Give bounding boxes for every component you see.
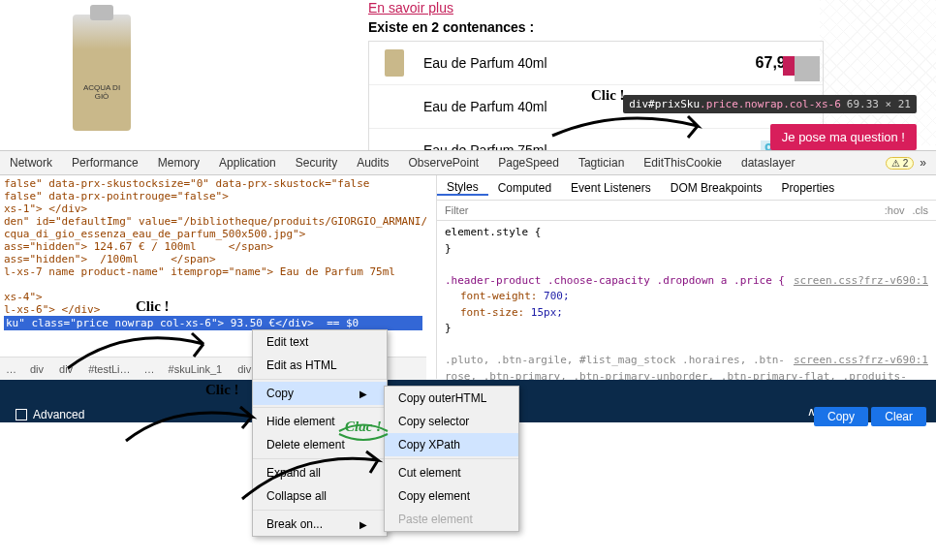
menu-copy-outerhtml[interactable]: Copy outerHTML xyxy=(385,387,518,410)
menu-separator xyxy=(253,510,387,511)
styles-tab-breakpoints[interactable]: DOM Breakpoints xyxy=(661,181,772,195)
existe-label: Existe en 2 contenances : xyxy=(368,19,907,35)
learn-more-link[interactable]: En savoir plus xyxy=(368,0,453,16)
html-line[interactable]: l-xs-7 name product-name" itemprop="name… xyxy=(4,265,422,278)
css-brace: } xyxy=(445,321,928,337)
tab-pagespeed[interactable]: PageSpeed xyxy=(488,150,569,175)
warning-badge[interactable]: ⚠ 2 xyxy=(886,157,914,170)
html-line[interactable]: l-xs-6"> </div> xyxy=(4,303,422,316)
html-line[interactable]: false" data-prx-skustocksize="0" data-pr… xyxy=(4,177,422,190)
css-source-link[interactable]: screen.css?frz-v690:1 xyxy=(794,273,928,290)
menu-copy-xpath[interactable]: Copy XPath xyxy=(385,433,518,456)
css-property[interactable]: font-weight: 700; xyxy=(445,289,928,305)
menu-separator xyxy=(253,458,387,459)
copy-button[interactable]: Copy xyxy=(814,407,868,426)
tooltip-dimensions: 69.33 × 21 xyxy=(847,98,911,110)
styles-filter-row: :hov .cls xyxy=(437,201,936,221)
menu-collapse[interactable]: Collapse all xyxy=(253,484,387,508)
html-line[interactable]: ass="hidden"> 124.67 € / 100ml </span> xyxy=(4,240,422,253)
styles-tab-styles[interactable]: Styles xyxy=(437,180,488,196)
menu-copy-element[interactable]: Copy element xyxy=(385,484,518,508)
cls-toggle[interactable]: .cls xyxy=(913,204,929,216)
tab-application[interactable]: Application xyxy=(209,150,286,175)
html-line[interactable]: den" id="defaultImg" value="/bibliothequ… xyxy=(4,215,422,228)
tab-audits[interactable]: Audits xyxy=(347,150,398,175)
html-line[interactable]: xs-4"> xyxy=(4,291,422,303)
html-line[interactable]: xs-1"> </div> xyxy=(4,202,422,215)
css-property[interactable]: font-size: 15px; xyxy=(445,305,928,322)
html-line[interactable] xyxy=(4,278,422,291)
css-rule[interactable]: screen.css?frz-v690:1.header-product .ch… xyxy=(445,273,928,290)
css-source-link[interactable]: screen.css?frz-v690:1 xyxy=(794,353,928,369)
breadcrumb-item[interactable]: #testLi… xyxy=(80,363,138,375)
clear-button[interactable]: Clear xyxy=(871,407,926,426)
html-line[interactable]: false" data-prx-pointrouge="false"> xyxy=(4,190,422,202)
tab-network[interactable]: Network xyxy=(0,150,62,175)
chevron-right-icon: ▶ xyxy=(359,519,367,530)
bottle-brand: ACQUA DI xyxy=(83,83,120,92)
product-area: ACQUA DIGIÒ En savoir plus Existe en 2 c… xyxy=(0,0,936,150)
context-menu-element: Edit text Edit as HTML Copy▶ Hide elemen… xyxy=(252,329,388,537)
styles-tab-listeners[interactable]: Event Listeners xyxy=(561,181,661,195)
menu-hide[interactable]: Hide element xyxy=(253,410,387,433)
menu-edit-html[interactable]: Edit as HTML xyxy=(253,354,387,377)
menu-paste-element: Paste element xyxy=(385,508,518,531)
styles-tab-bar: Styles Computed Event Listeners DOM Brea… xyxy=(437,175,936,201)
chevron-right-icon: ▶ xyxy=(359,389,367,399)
capacity-row[interactable]: Eau de Parfum 40ml 67,90 € xyxy=(369,42,823,85)
menu-cut-element[interactable]: Cut element xyxy=(385,461,518,484)
styles-panel: Styles Computed Event Listeners DOM Brea… xyxy=(436,175,936,379)
breadcrumb-item[interactable]: div xyxy=(22,363,51,375)
menu-separator xyxy=(253,379,387,380)
tab-dataslayer[interactable]: dataslayer xyxy=(732,150,804,175)
menu-separator xyxy=(385,458,518,459)
tooltip-selector: div#prixSku xyxy=(629,98,700,110)
html-line-selected[interactable]: ku" class="price nowrap col-xs-6"> 93.50… xyxy=(4,316,422,330)
advanced-checkbox[interactable] xyxy=(16,409,27,420)
breadcrumb-item[interactable]: #skuLink_1 xyxy=(161,363,231,375)
tab-performance[interactable]: Performance xyxy=(62,150,148,175)
menu-copy-selector[interactable]: Copy selector xyxy=(385,410,518,433)
css-rule[interactable]: element.style { xyxy=(445,225,928,241)
product-image: ACQUA DIGIÒ xyxy=(29,0,174,145)
breadcrumb-ellipsis[interactable]: … xyxy=(0,363,22,375)
bottle-cap xyxy=(90,5,113,20)
css-brace: } xyxy=(445,241,928,258)
tab-tagtician[interactable]: Tagtician xyxy=(569,150,634,175)
tab-memory[interactable]: Memory xyxy=(148,150,209,175)
perfume-bottle: ACQUA DIGIÒ xyxy=(73,15,131,131)
styles-tab-properties[interactable]: Properties xyxy=(771,181,844,195)
mini-bottle-icon xyxy=(385,93,404,120)
breadcrumb-ellipsis[interactable]: … xyxy=(139,363,161,375)
more-tabs-icon[interactable]: » xyxy=(920,156,926,170)
css-rules[interactable]: element.style { } screen.css?frz-v690:1.… xyxy=(437,221,936,405)
element-inspector-tooltip: div#prixSku.price.nowrap.col-xs-669.33 ×… xyxy=(623,95,917,113)
menu-separator xyxy=(253,407,387,408)
tab-observepoint[interactable]: ObservePoint xyxy=(399,150,489,175)
menu-expand[interactable]: Expand all xyxy=(253,461,387,484)
tab-editthiscookie[interactable]: EditThisCookie xyxy=(634,150,732,175)
context-submenu-copy: Copy outerHTML Copy selector Copy XPath … xyxy=(384,386,519,532)
menu-delete[interactable]: Delete element xyxy=(253,433,387,456)
menu-break[interactable]: Break on...▶ xyxy=(253,513,387,536)
html-line[interactable]: ass="hidden"> /100ml </span> xyxy=(4,253,422,265)
bottle-name: GIÒ xyxy=(95,92,109,101)
tooltip-classes: .price.nowrap.col-xs-6 xyxy=(700,98,841,110)
capacity-label: Eau de Parfum 40ml xyxy=(423,55,756,71)
scroll-top-icon[interactable] xyxy=(795,56,820,81)
hov-toggle[interactable]: :hov xyxy=(885,204,905,216)
styles-filter-input[interactable] xyxy=(445,204,885,216)
styles-tab-computed[interactable]: Computed xyxy=(488,181,561,195)
html-line[interactable]: cqua_di_gio_essenza_eau_de_parfum_500x50… xyxy=(4,228,422,240)
devtools-tab-bar: Network Performance Memory Application S… xyxy=(0,150,936,175)
ask-question-button[interactable]: Je pose ma question ! xyxy=(770,124,917,150)
menu-edit-text[interactable]: Edit text xyxy=(253,330,387,354)
menu-copy[interactable]: Copy▶ xyxy=(253,382,387,405)
advanced-label: Advanced xyxy=(33,408,84,421)
breadcrumb-item[interactable]: div xyxy=(51,363,80,375)
tab-security[interactable]: Security xyxy=(286,150,347,175)
mini-bottle-icon xyxy=(385,49,404,77)
